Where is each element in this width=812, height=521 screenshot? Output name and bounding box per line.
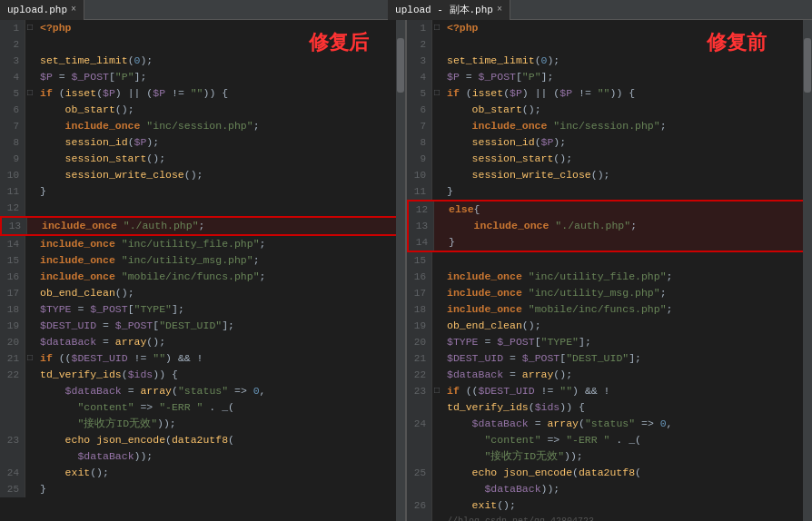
table-row: 5 □ if (isset($P) || ($P != "")) {: [0, 85, 405, 102]
table-row: 4 $P = $_POST["P"];: [407, 69, 812, 85]
table-row: 20 $dataBack = array();: [0, 334, 405, 350]
table-row: 19 $DEST_UID = $_POST["DEST_UID"];: [0, 318, 405, 334]
table-row: $dataBack = array("status" => 0,: [0, 383, 405, 399]
table-row: 13 include_once "./auth.php";: [0, 216, 405, 236]
table-row: 24 exit();: [0, 465, 405, 481]
table-row: 12 else{: [407, 200, 812, 218]
code-area-left[interactable]: 修复后 1 □ <?php 2: [0, 20, 405, 521]
table-row: "接收方ID无效"));: [407, 448, 812, 465]
watermark-text: //blog.csdn.net/qq_42804723: [441, 514, 812, 521]
table-row: "content" => "-ERR " . _(: [0, 399, 405, 416]
editor-right: 修复前 1 □ <?php 2: [407, 20, 812, 521]
table-row: 13 include_once "./auth.php";: [407, 218, 812, 234]
table-row: 9 session_start();: [0, 151, 405, 167]
tab-right[interactable]: upload - 副本.php ×: [388, 0, 510, 20]
table-row: 23 □ if (($DEST_UID != "") && !: [407, 383, 812, 399]
table-row: 3 set_time_limit(0);: [407, 53, 812, 69]
tab-left[interactable]: upload.php ×: [0, 0, 84, 20]
table-row: 7 include_once "inc/session.php";: [0, 118, 405, 134]
table-row: 17 ob_end_clean();: [0, 285, 405, 301]
code-area-right[interactable]: 修复前 1 □ <?php 2: [407, 20, 812, 521]
table-row: 9 session_start();: [407, 151, 812, 167]
table-row: 12: [0, 200, 405, 216]
table-row: 11 }: [0, 183, 405, 200]
table-row: 2: [0, 36, 405, 53]
code-scroll-left[interactable]: 1 □ <?php 2 3 set_time_limit(0);: [0, 20, 405, 521]
tab-left-label: upload.php: [7, 5, 67, 15]
table-row: 7 include_once "inc/session.php";: [407, 118, 812, 134]
tab-bar: upload.php × upload - 副本.php ×: [0, 0, 812, 20]
table-row: 16 include_once "mobile/inc/funcs.php";: [0, 269, 405, 285]
table-row: $dataBack));: [407, 481, 812, 497]
table-row: 6 ob_start();: [0, 102, 405, 118]
table-row: 21 □ if (($DEST_UID != "") && !: [0, 350, 405, 367]
table-row: 6 ob_start();: [407, 102, 812, 118]
table-row: 18 $TYPE = $_POST["TYPE"];: [0, 301, 405, 318]
table-row: "接收方ID无效"));: [0, 416, 405, 432]
scrollbar-thumb-right[interactable]: [804, 38, 811, 93]
table-row: 14 }: [407, 234, 812, 252]
table-row: 22 $dataBack = array();: [407, 367, 812, 383]
table-row: 19 ob_end_clean();: [407, 318, 812, 334]
table-row: 26 exit();: [407, 497, 812, 514]
code-scroll-right[interactable]: 1 □ <?php 2 3 set_time_limit(0);: [407, 20, 812, 521]
tab-right-label: upload - 副本.php: [395, 3, 493, 16]
table-row: 16 include_once "inc/utility_file.php";: [407, 269, 812, 285]
scrollbar-right[interactable]: [803, 20, 812, 521]
table-row: 14 include_once "inc/utility_file.php";: [0, 236, 405, 252]
table-row: 25 }: [0, 481, 405, 497]
table-row: 15: [407, 252, 812, 269]
table-row: 3 set_time_limit(0);: [0, 53, 405, 69]
table-row: 8 session_id($P);: [407, 134, 812, 151]
table-row: 4 $P = $_POST["P"];: [0, 69, 405, 85]
editors-container: 修复后 1 □ <?php 2: [0, 20, 812, 521]
table-row: 18 include_once "mobile/inc/funcs.php";: [407, 301, 812, 318]
table-row: 1 □ <?php: [407, 20, 812, 36]
watermark-line: //blog.csdn.net/qq_42804723: [407, 514, 812, 521]
table-row: 11 }: [407, 183, 812, 200]
scrollbar-left[interactable]: [396, 20, 405, 521]
table-row: $dataBack));: [0, 448, 405, 465]
tab-left-close[interactable]: ×: [71, 5, 76, 15]
table-row: 5 □ if (isset($P) || ($P != "")) {: [407, 85, 812, 102]
table-row: 1 □ <?php: [0, 20, 405, 36]
table-row: 25 echo json_encode(data2utf8(: [407, 465, 812, 481]
table-row: 8 session_id($P);: [0, 134, 405, 151]
tab-right-close[interactable]: ×: [497, 5, 502, 15]
editor-left: 修复后 1 □ <?php 2: [0, 20, 407, 521]
table-row: 17 include_once "inc/utility_msg.php";: [407, 285, 812, 301]
table-row: "content" => "-ERR " . _(: [407, 432, 812, 448]
table-row: 22 td_verify_ids($ids)) {: [0, 367, 405, 383]
table-row: 20 $TYPE = $_POST["TYPE"];: [407, 334, 812, 350]
table-row: 23 echo json_encode(data2utf8(: [0, 432, 405, 448]
table-row: 10 session_write_close();: [0, 167, 405, 183]
table-row: 24 $dataBack = array("status" => 0,: [407, 416, 812, 432]
table-row: 2: [407, 36, 812, 53]
line-container-right: 1 □ <?php 2 3 set_time_limit(0);: [407, 20, 812, 521]
table-row: 21 $DEST_UID = $_POST["DEST_UID"];: [407, 350, 812, 367]
line-container-left: 1 □ <?php 2 3 set_time_limit(0);: [0, 20, 405, 497]
table-row: 10 session_write_close();: [407, 167, 812, 183]
table-row: 15 include_once "inc/utility_msg.php";: [0, 252, 405, 269]
scrollbar-thumb-left[interactable]: [397, 38, 404, 93]
table-row: td_verify_ids($ids)) {: [407, 399, 812, 416]
